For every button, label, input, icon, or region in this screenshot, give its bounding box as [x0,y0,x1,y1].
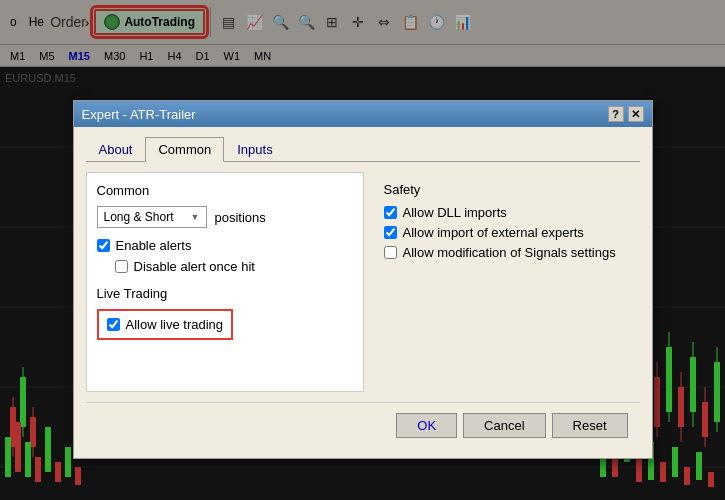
expert-dialog: Expert - ATR-Trailer ? ✕ About Common In… [73,100,653,459]
dialog-body: About Common Inputs Common [74,127,652,458]
dialog-title: Expert - ATR-Trailer [82,107,196,122]
live-trading-title: Live Trading [97,286,353,301]
dialog-tabs: About Common Inputs [86,137,640,162]
enable-alerts-row: Enable alerts [97,238,353,253]
dialog-content: Common Long & Short ▼ positions Enable a… [86,172,640,392]
cancel-button[interactable]: Cancel [463,413,545,438]
tab-inputs[interactable]: Inputs [224,137,285,162]
positions-dropdown[interactable]: Long & Short ▼ [97,206,207,228]
enable-alerts-checkbox[interactable] [97,239,110,252]
allow-signals-label: Allow modification of Signals settings [403,245,616,260]
dropdown-arrow-icon: ▼ [191,212,200,222]
dialog-title-bar: Expert - ATR-Trailer ? ✕ [74,101,652,127]
tab-about[interactable]: About [86,137,146,162]
disable-alert-row: Disable alert once hit [115,259,353,274]
allow-signals-checkbox[interactable] [384,246,397,259]
dialog-overlay: Expert - ATR-Trailer ? ✕ About Common In… [0,0,725,500]
allow-live-trading-label: Allow live trading [126,317,224,332]
right-panel: Safety Allow DLL imports Allow import of… [384,172,640,392]
disable-alert-label: Disable alert once hit [134,259,255,274]
allow-import-row: Allow import of external experts [384,225,640,240]
safety-title: Safety [384,182,640,197]
positions-row: Long & Short ▼ positions [97,206,353,228]
dialog-footer: OK Cancel Reset [86,402,640,448]
left-panel: Common Long & Short ▼ positions Enable a… [86,172,364,392]
positions-label: positions [215,210,266,225]
common-section-title: Common [97,183,353,198]
dialog-close-button[interactable]: ✕ [628,106,644,122]
ok-button[interactable]: OK [396,413,457,438]
enable-alerts-label: Enable alerts [116,238,192,253]
allow-dll-row: Allow DLL imports [384,205,640,220]
disable-alert-checkbox[interactable] [115,260,128,273]
allow-dll-checkbox[interactable] [384,206,397,219]
allow-dll-label: Allow DLL imports [403,205,507,220]
allow-live-trading-checkbox[interactable] [107,318,120,331]
dropdown-value: Long & Short [104,210,174,224]
tab-common[interactable]: Common [145,137,224,162]
allow-import-label: Allow import of external experts [403,225,584,240]
allow-import-checkbox[interactable] [384,226,397,239]
reset-button[interactable]: Reset [552,413,628,438]
allow-signals-row: Allow modification of Signals settings [384,245,640,260]
live-trading-section: Allow live trading [97,309,234,340]
dialog-title-icons: ? ✕ [608,106,644,122]
dialog-help-button[interactable]: ? [608,106,624,122]
